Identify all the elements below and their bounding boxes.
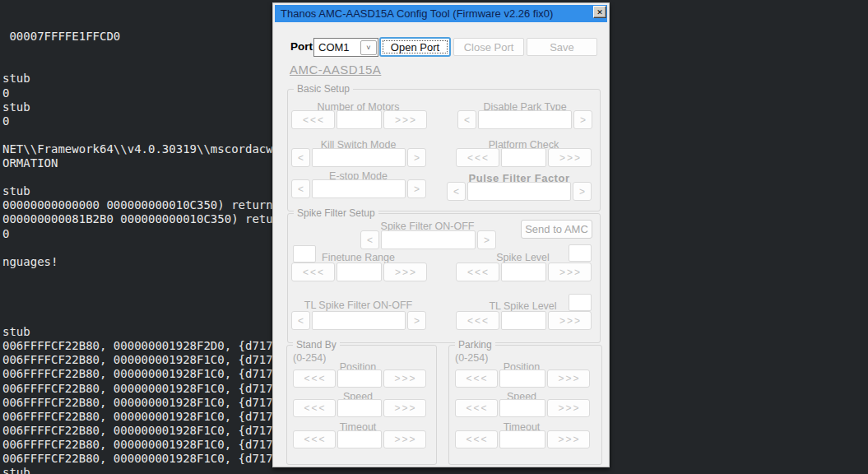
kill-switch-mode-dec-button[interactable]: < — [291, 148, 310, 167]
platform-check-field[interactable] — [501, 148, 546, 167]
chevron-down-icon: ˅ — [360, 40, 377, 55]
stand-by-speed-dec-button[interactable]: <<< — [293, 399, 336, 417]
window-titlebar: Thanos AMC-AASD15A Config Tool (Firmware… — [275, 5, 607, 22]
disable-park-type-spinner: < > — [457, 110, 592, 129]
stand-by-position-field[interactable] — [337, 369, 382, 388]
stand-by-timeout-dec-button[interactable]: <<< — [293, 430, 336, 448]
stand-by-timeout-inc-button[interactable]: >>> — [383, 430, 426, 448]
basic-setup-title: Basic Setup — [294, 83, 353, 95]
tl-spike-level-spinner: <<< >>> — [456, 311, 592, 330]
parking-timeout-inc-button[interactable]: >>> — [547, 430, 590, 448]
spike-level-dec-button[interactable]: <<< — [456, 263, 499, 281]
parking-speed-dec-button[interactable]: <<< — [455, 399, 498, 417]
parking-title: Parking — [455, 339, 495, 351]
finetune-range-field[interactable] — [337, 263, 382, 281]
e-stop-mode-inc-button[interactable]: > — [407, 179, 426, 198]
pulse-filter-factor-dec-button[interactable]: < — [447, 182, 466, 201]
close-icon: ✕ — [596, 8, 603, 16]
terminal-output: 00007FFFFE1FFCD0 stub 0 stub 0 NET\\Fram… — [2, 2, 294, 474]
spike-filter-onoff-spinner: < > — [360, 230, 496, 249]
number-of-motors-inc-button[interactable]: >>> — [383, 110, 427, 129]
save-button[interactable]: Save — [527, 38, 597, 56]
tl-spike-filter-onoff-label: TL Spike Filter ON-OFF — [291, 300, 425, 311]
platform-check-inc-button[interactable]: >>> — [548, 148, 592, 167]
send-to-amc-button[interactable]: Send to AMC — [521, 220, 592, 239]
tl-spike-filter-onoff-spinner: < > — [291, 311, 426, 330]
stand-by-position-inc-button[interactable]: >>> — [383, 369, 426, 388]
spike-filter-title: Spike Filter Setup — [294, 207, 378, 219]
tl-spike-level-value-field[interactable] — [569, 294, 592, 311]
finetune-range-label: Finetune Range — [291, 252, 425, 263]
e-stop-mode-dec-button[interactable]: < — [291, 179, 310, 198]
spike-level-spinner: <<< >>> — [456, 263, 592, 281]
tl-spike-level-dec-button[interactable]: <<< — [456, 311, 499, 330]
screen: { "colors": {"titlebar": "#338fea", "ter… — [0, 0, 868, 474]
parking-timeout-dec-button[interactable]: <<< — [455, 430, 498, 448]
stand-by-position-spinner: <<< >>> — [293, 369, 426, 388]
parking-timeout-field[interactable] — [499, 430, 545, 448]
parking-position-field[interactable] — [499, 369, 545, 388]
tl-spike-filter-onoff-inc-button[interactable]: > — [407, 311, 426, 330]
stand-by-timeout-spinner: <<< >>> — [293, 430, 426, 448]
spike-level-inc-button[interactable]: >>> — [548, 263, 592, 281]
finetune-range-dec-button[interactable]: <<< — [291, 263, 335, 281]
stand-by-timeout-field[interactable] — [337, 430, 382, 448]
number-of-motors-field[interactable] — [337, 110, 382, 129]
stand-by-speed-spinner: <<< >>> — [293, 399, 426, 417]
spike-filter-onoff-field[interactable] — [381, 230, 476, 249]
disable-park-type-inc-button[interactable]: > — [573, 110, 592, 129]
spike-level-field[interactable] — [501, 263, 546, 281]
tl-spike-filter-onoff-field[interactable] — [312, 311, 406, 330]
parking-speed-inc-button[interactable]: >>> — [547, 399, 590, 417]
parking-speed-field[interactable] — [499, 399, 545, 417]
pulse-filter-factor-field[interactable] — [467, 182, 571, 201]
parking-timeout-spinner: <<< >>> — [455, 430, 590, 448]
device-link[interactable]: AMC-AASD15A — [290, 63, 381, 77]
tl-spike-filter-onoff-dec-button[interactable]: < — [291, 311, 310, 330]
window-title: Thanos AMC-AASD15A Config Tool (Firmware… — [275, 7, 553, 20]
pulse-filter-factor-spinner: < > — [447, 182, 592, 201]
open-port-button[interactable]: Open Port — [379, 37, 451, 57]
spike-filter-onoff-inc-button[interactable]: > — [477, 230, 496, 249]
platform-check-spinner: <<< >>> — [456, 148, 592, 167]
spike-level-value-field[interactable] — [569, 244, 592, 262]
close-port-button[interactable]: Close Port — [453, 38, 524, 56]
finetune-range-inc-button[interactable]: >>> — [383, 263, 427, 281]
port-label: Port — [290, 40, 313, 53]
parking-position-dec-button[interactable]: <<< — [455, 369, 498, 388]
parking-position-spinner: <<< >>> — [455, 369, 590, 388]
kill-switch-mode-spinner: < > — [291, 148, 426, 167]
stand-by-speed-inc-button[interactable]: >>> — [383, 399, 426, 417]
number-of-motors-spinner: <<< >>> — [291, 110, 427, 129]
parking-position-inc-button[interactable]: >>> — [547, 369, 590, 388]
kill-switch-mode-inc-button[interactable]: > — [407, 148, 426, 167]
e-stop-mode-spinner: < > — [291, 179, 426, 198]
stand-by-position-dec-button[interactable]: <<< — [293, 369, 336, 388]
parking-speed-spinner: <<< >>> — [455, 399, 590, 417]
port-selected-value: COM1 — [314, 41, 360, 53]
number-of-motors-dec-button[interactable]: <<< — [291, 110, 335, 129]
close-button[interactable]: ✕ — [593, 6, 606, 18]
kill-switch-mode-field[interactable] — [312, 148, 406, 167]
finetune-range-spinner: <<< >>> — [291, 263, 427, 281]
pulse-filter-factor-inc-button[interactable]: > — [573, 182, 592, 201]
spike-filter-onoff-dec-button[interactable]: < — [360, 230, 379, 249]
stand-by-title: Stand By — [293, 339, 340, 351]
stand-by-speed-field[interactable] — [337, 399, 382, 417]
config-tool-window: Thanos AMC-AASD15A Config Tool (Firmware… — [272, 2, 610, 467]
disable-park-type-dec-button[interactable]: < — [457, 110, 476, 129]
platform-check-dec-button[interactable]: <<< — [456, 148, 499, 167]
tl-spike-level-field[interactable] — [501, 311, 546, 330]
disable-park-type-field[interactable] — [478, 110, 572, 129]
e-stop-mode-field[interactable] — [312, 179, 406, 198]
port-select[interactable]: COM1 ˅ — [313, 38, 378, 57]
tl-spike-level-inc-button[interactable]: >>> — [548, 311, 592, 330]
